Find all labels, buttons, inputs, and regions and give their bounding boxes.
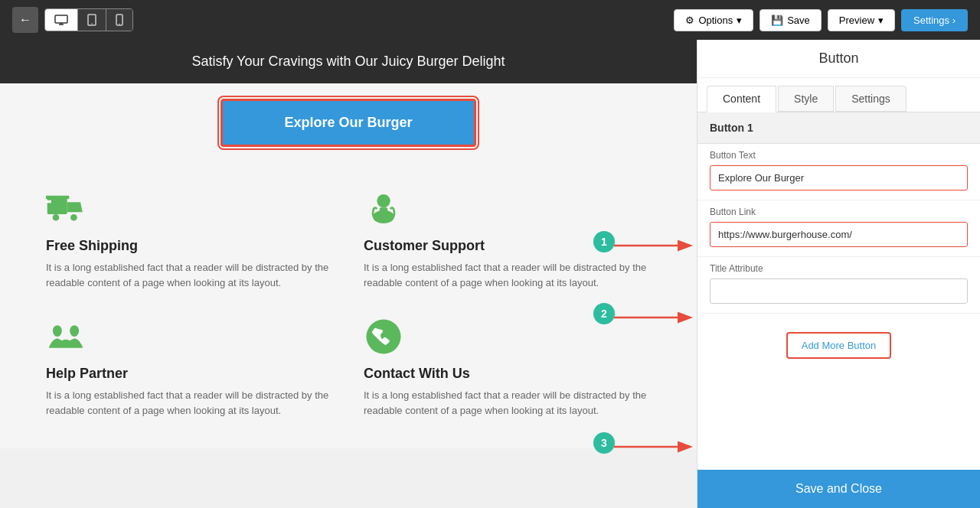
svg-marker-8 <box>67 202 83 212</box>
save-label: Save <box>787 15 810 26</box>
title-attribute-label: Title Attribute <box>710 263 968 274</box>
options-chevron-icon: ▾ <box>737 15 742 26</box>
button-text-input[interactable] <box>710 165 968 190</box>
annotation-2-number: 2 <box>601 308 607 320</box>
right-panel: Button Content Style Settings Button 1 B… <box>697 40 980 508</box>
svg-rect-9 <box>46 196 69 199</box>
annotation-3-circle: 3 <box>593 432 615 454</box>
svg-point-13 <box>377 194 390 207</box>
annotation-3-number: 3 <box>601 437 607 449</box>
mobile-icon <box>116 14 123 26</box>
add-more-label: Add More Button <box>802 340 877 351</box>
tablet-device-button[interactable] <box>78 9 106 31</box>
back-button[interactable]: ← <box>12 7 38 33</box>
explore-button-label: Explore Our Burger <box>284 115 412 130</box>
title-attribute-field: Title Attribute <box>697 257 980 314</box>
canvas: Satisfy Your Cravings with Our Juicy Bur… <box>0 40 697 448</box>
button-section: Explore Our Burger <box>0 83 697 162</box>
device-switcher <box>44 8 133 31</box>
customer-support-icon <box>364 189 651 238</box>
toolbar: ← ⚙ Options ▾ 💾 Save Preview ▾ <box>0 0 980 40</box>
tablet-icon <box>87 14 96 26</box>
button-link-label: Button Link <box>710 207 968 217</box>
add-more-button[interactable]: Add More Button <box>786 332 892 359</box>
main-area: Satisfy Your Cravings with Our Juicy Bur… <box>0 40 980 508</box>
help-partner-desc: It is a long established fact that a rea… <box>46 388 333 418</box>
features-grid: Free Shipping It is a long established f… <box>0 162 697 448</box>
preview-chevron-icon: ▾ <box>878 15 884 26</box>
banner-text: Satisfy Your Cravings with Our Juicy Bur… <box>191 54 505 69</box>
svg-point-6 <box>119 24 120 25</box>
svg-rect-15 <box>380 207 387 213</box>
svg-point-19 <box>366 319 400 353</box>
mobile-device-button[interactable] <box>106 9 132 31</box>
svg-point-16 <box>53 325 62 337</box>
button-link-field: Button Link <box>697 200 980 257</box>
settings-button[interactable]: Settings › <box>901 9 968 31</box>
customer-support-desc: It is a long established fact that a rea… <box>364 260 651 290</box>
options-label: Options <box>698 15 733 26</box>
free-shipping-desc: It is a long established fact that a rea… <box>46 260 333 290</box>
save-icon: 💾 <box>771 15 783 26</box>
svg-point-10 <box>53 214 60 221</box>
feature-customer-support: Customer Support It is a long establishe… <box>348 177 666 305</box>
explore-button[interactable]: Explore Our Burger <box>220 99 475 147</box>
feature-contact-us: Contact With Us It is a long established… <box>348 305 666 433</box>
tab-style[interactable]: Style <box>778 86 834 112</box>
back-icon: ← <box>19 13 31 27</box>
contact-us-title: Contact With Us <box>364 366 651 382</box>
add-more-row: Add More Button <box>697 314 980 374</box>
svg-point-17 <box>70 325 79 337</box>
feature-help-partner: Help Partner It is a long established fa… <box>31 305 348 433</box>
panel-section-header: Button 1 <box>697 112 980 144</box>
gear-icon: ⚙ <box>685 15 694 26</box>
svg-point-11 <box>70 214 77 221</box>
toolbar-right: ⚙ Options ▾ 💾 Save Preview ▾ Settings › <box>674 9 968 31</box>
button-text-label: Button Text <box>710 150 968 161</box>
tab-settings[interactable]: Settings <box>835 86 906 112</box>
feature-free-shipping: Free Shipping It is a long established f… <box>31 177 348 305</box>
preview-button[interactable]: Preview ▾ <box>828 9 895 31</box>
canvas-wrapper: Satisfy Your Cravings with Our Juicy Bur… <box>0 40 697 508</box>
banner: Satisfy Your Cravings with Our Juicy Bur… <box>0 40 697 83</box>
help-partner-title: Help Partner <box>46 366 333 382</box>
desktop-device-button[interactable] <box>45 9 78 31</box>
svg-rect-7 <box>47 197 67 214</box>
help-partner-icon <box>46 317 333 366</box>
save-close-button[interactable]: Save and Close <box>697 470 980 508</box>
svg-rect-12 <box>46 200 51 203</box>
svg-rect-0 <box>55 15 67 23</box>
preview-label: Preview <box>839 15 874 26</box>
save-button[interactable]: 💾 Save <box>760 9 822 31</box>
settings-label: Settings › <box>913 15 956 26</box>
toolbar-left: ← <box>12 7 133 33</box>
desktop-icon <box>54 15 68 25</box>
annotation-1-number: 1 <box>601 236 607 248</box>
free-shipping-icon <box>46 189 333 238</box>
button-text-field: Button Text <box>697 144 980 200</box>
annotation-2-circle: 2 <box>593 303 615 324</box>
title-attribute-input[interactable] <box>710 278 968 304</box>
contact-us-desc: It is a long established fact that a rea… <box>364 388 651 418</box>
panel-body: Button 1 Button Text Button Link Title A… <box>697 112 980 470</box>
svg-point-18 <box>61 340 70 345</box>
tab-content[interactable]: Content <box>707 86 776 112</box>
panel-title: Button <box>697 40 980 78</box>
contact-us-icon <box>364 317 651 366</box>
free-shipping-title: Free Shipping <box>46 238 333 254</box>
save-close-label: Save and Close <box>795 482 882 495</box>
options-button[interactable]: ⚙ Options ▾ <box>674 9 753 31</box>
canvas-inner: Satisfy Your Cravings with Our Juicy Bur… <box>0 40 697 448</box>
panel-tabs: Content Style Settings <box>697 78 980 112</box>
button-link-input[interactable] <box>710 222 968 247</box>
svg-point-4 <box>91 23 93 24</box>
annotation-1-circle: 1 <box>593 231 615 252</box>
